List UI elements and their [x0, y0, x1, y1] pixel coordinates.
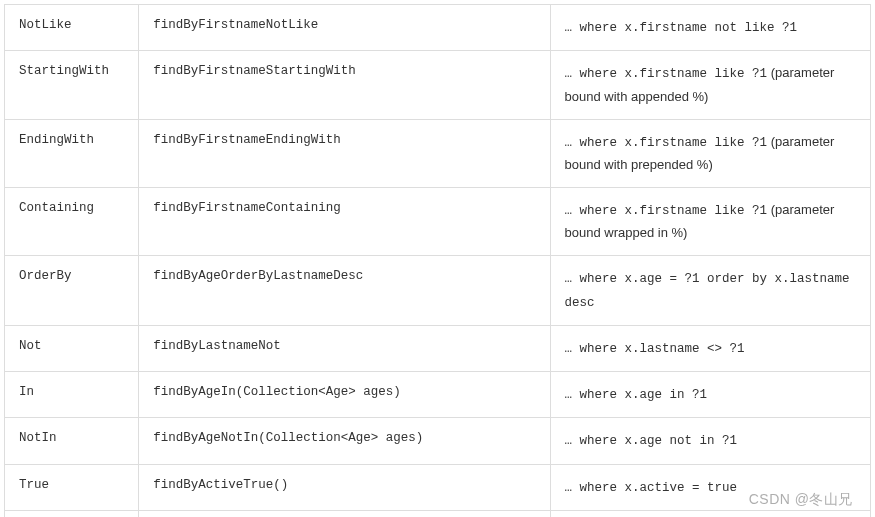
keyword-cell: Containing [5, 187, 139, 255]
sample-code: findByFirstnameEndingWith [153, 133, 341, 147]
sample-code: findByAgeNotIn(Collection<Age> ages) [153, 431, 423, 445]
sample-code: findByAgeIn(Collection<Age> ages) [153, 385, 401, 399]
sql-cell: … where x.active = false [550, 510, 870, 517]
sql-cell: … where x.firstname like ?1 (parameter b… [550, 187, 870, 255]
keyword-code: EndingWith [19, 133, 94, 147]
table-body: NotLikefindByFirstnameNotLike… where x.f… [5, 5, 871, 518]
sql-cell: … where x.age = ?1 order by x.lastname d… [550, 256, 870, 326]
keyword-code: True [19, 478, 49, 492]
sql-code: … where x.firstname not like ?1 [565, 21, 798, 35]
sql-code: … where x.age in ?1 [565, 388, 708, 402]
keyword-code: NotLike [19, 18, 72, 32]
keyword-cell: False [5, 510, 139, 517]
sql-code: … where x.age not in ?1 [565, 434, 738, 448]
keyword-code: StartingWith [19, 64, 109, 78]
sample-cell: findByActiveFalse() [139, 510, 550, 517]
sql-cell: … where x.active = true [550, 464, 870, 510]
sql-cell: … where x.firstname like ?1 (parameter b… [550, 51, 870, 119]
sample-code: findByActiveTrue() [153, 478, 288, 492]
keyword-code: In [19, 385, 34, 399]
table-row: NotInfindByAgeNotIn(Collection<Age> ages… [5, 418, 871, 464]
keyword-cell: EndingWith [5, 119, 139, 187]
table-row: TruefindByActiveTrue()… where x.active =… [5, 464, 871, 510]
sample-code: findByAgeOrderByLastnameDesc [153, 269, 363, 283]
sample-cell: findByAgeNotIn(Collection<Age> ages) [139, 418, 550, 464]
keyword-code: OrderBy [19, 269, 72, 283]
sql-code: … where x.firstname like ?1 [565, 67, 768, 81]
keyword-cell: NotLike [5, 5, 139, 51]
table-row: NotfindByLastnameNot… where x.lastname <… [5, 325, 871, 371]
sample-code: findByFirstnameNotLike [153, 18, 318, 32]
sample-cell: findByFirstnameEndingWith [139, 119, 550, 187]
table-row: StartingWithfindByFirstnameStartingWith…… [5, 51, 871, 119]
sql-cell: … where x.age not in ?1 [550, 418, 870, 464]
sql-cell: … where x.firstname not like ?1 [550, 5, 870, 51]
sql-code: … where x.age = ?1 order by x.lastname d… [565, 272, 850, 309]
table-row: InfindByAgeIn(Collection<Age> ages)… whe… [5, 372, 871, 418]
table-row: FalsefindByActiveFalse()… where x.active… [5, 510, 871, 517]
sample-cell: findByFirstnameNotLike [139, 5, 550, 51]
sample-cell: findByAgeIn(Collection<Age> ages) [139, 372, 550, 418]
keyword-cell: OrderBy [5, 256, 139, 326]
sample-cell: findByLastnameNot [139, 325, 550, 371]
table-row: ContainingfindByFirstnameContaining… whe… [5, 187, 871, 255]
sql-cell: … where x.age in ?1 [550, 372, 870, 418]
sql-code: … where x.firstname like ?1 [565, 204, 768, 218]
table-row: EndingWithfindByFirstnameEndingWith… whe… [5, 119, 871, 187]
table-row: NotLikefindByFirstnameNotLike… where x.f… [5, 5, 871, 51]
sample-cell: findByFirstnameStartingWith [139, 51, 550, 119]
keyword-cell: StartingWith [5, 51, 139, 119]
sample-cell: findByActiveTrue() [139, 464, 550, 510]
sample-cell: findByAgeOrderByLastnameDesc [139, 256, 550, 326]
sample-code: findByLastnameNot [153, 339, 281, 353]
keyword-code: Not [19, 339, 42, 353]
sample-code: findByFirstnameContaining [153, 201, 341, 215]
sql-cell: … where x.firstname like ?1 (parameter b… [550, 119, 870, 187]
sample-code: findByFirstnameStartingWith [153, 64, 356, 78]
keyword-cell: Not [5, 325, 139, 371]
table-row: OrderByfindByAgeOrderByLastnameDesc… whe… [5, 256, 871, 326]
query-keywords-table: NotLikefindByFirstnameNotLike… where x.f… [4, 4, 871, 517]
sql-cell: … where x.lastname <> ?1 [550, 325, 870, 371]
sql-code: … where x.lastname <> ?1 [565, 342, 745, 356]
keyword-code: Containing [19, 201, 94, 215]
keyword-cell: NotIn [5, 418, 139, 464]
sql-code: … where x.active = true [565, 481, 738, 495]
keyword-code: NotIn [19, 431, 57, 445]
keyword-cell: True [5, 464, 139, 510]
sample-cell: findByFirstnameContaining [139, 187, 550, 255]
sql-code: … where x.firstname like ?1 [565, 136, 768, 150]
keyword-cell: In [5, 372, 139, 418]
